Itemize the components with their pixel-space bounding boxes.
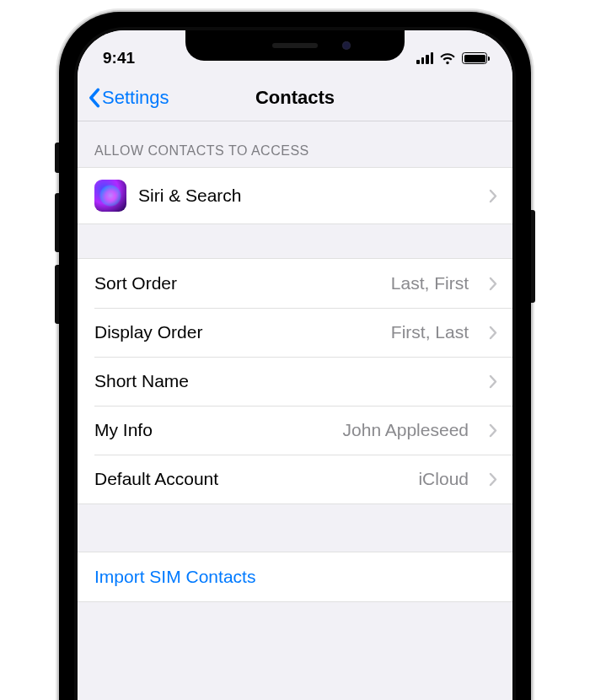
sort-order-value: Last, First bbox=[391, 273, 469, 293]
chevron-right-icon bbox=[489, 189, 497, 203]
sort-order-row[interactable]: Sort Order Last, First bbox=[78, 259, 512, 308]
page-title: Contacts bbox=[255, 87, 335, 109]
chevron-right-icon bbox=[489, 374, 497, 389]
short-name-row[interactable]: Short Name bbox=[78, 357, 512, 406]
siri-search-label: Siri & Search bbox=[138, 186, 242, 206]
my-info-row[interactable]: My Info John Appleseed bbox=[78, 406, 512, 455]
chevron-right-icon bbox=[489, 423, 497, 438]
back-label: Settings bbox=[102, 87, 169, 109]
status-time: 9:41 bbox=[103, 49, 135, 67]
chevron-left-icon bbox=[88, 88, 100, 108]
short-name-label: Short Name bbox=[94, 371, 189, 391]
display-order-row[interactable]: Display Order First, Last bbox=[78, 308, 512, 357]
wifi-icon bbox=[439, 52, 456, 65]
default-account-row[interactable]: Default Account iCloud bbox=[78, 455, 512, 503]
display-order-label: Display Order bbox=[94, 322, 202, 342]
section-header-access: Allow Contacts to Access bbox=[78, 121, 512, 167]
my-info-value: John Appleseed bbox=[343, 420, 469, 440]
my-info-label: My Info bbox=[94, 420, 153, 440]
chevron-right-icon bbox=[489, 472, 497, 487]
notch bbox=[185, 30, 405, 61]
display-order-value: First, Last bbox=[391, 322, 469, 342]
chevron-right-icon bbox=[489, 326, 497, 340]
back-button[interactable]: Settings bbox=[88, 74, 169, 121]
iphone-frame: 9:41 Settings Contacts bbox=[59, 12, 531, 700]
sort-order-label: Sort Order bbox=[94, 273, 177, 293]
cellular-signal-icon bbox=[416, 52, 433, 64]
default-account-value: iCloud bbox=[418, 469, 469, 489]
side-button bbox=[55, 143, 59, 173]
default-account-label: Default Account bbox=[94, 469, 218, 489]
siri-search-row[interactable]: Siri & Search bbox=[78, 168, 512, 223]
battery-icon bbox=[462, 52, 487, 64]
import-sim-contacts-button[interactable]: Import SIM Contacts bbox=[78, 552, 512, 601]
siri-icon bbox=[94, 180, 126, 212]
chevron-right-icon bbox=[489, 277, 497, 291]
import-sim-label: Import SIM Contacts bbox=[94, 567, 255, 587]
power-button bbox=[531, 210, 535, 303]
navigation-bar: Settings Contacts bbox=[78, 74, 512, 121]
volume-down-button bbox=[55, 265, 59, 324]
volume-up-button bbox=[55, 193, 59, 252]
